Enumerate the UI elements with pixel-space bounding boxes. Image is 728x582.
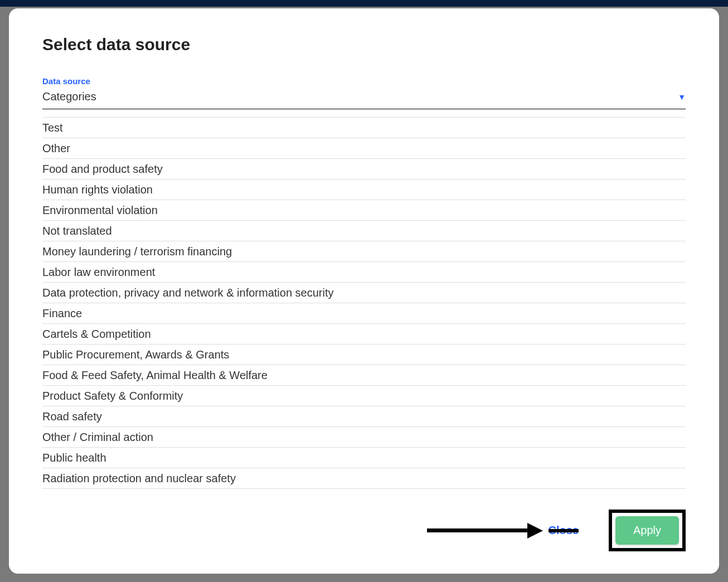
category-item[interactable]: Human rights violation <box>42 180 686 200</box>
select-data-source-modal: Select data source Data source Categorie… <box>9 8 719 574</box>
modal-overlay: Select data source Data source Categorie… <box>0 0 728 582</box>
category-item[interactable]: Product Safety & Conformity <box>42 386 686 406</box>
apply-button[interactable]: Apply <box>615 516 679 545</box>
category-item[interactable]: Not translated <box>42 221 686 241</box>
category-item[interactable]: Public Procurement, Awards & Grants <box>42 345 686 365</box>
modal-footer: Close Apply <box>42 510 686 551</box>
arrow-right-icon <box>527 523 543 539</box>
modal-title: Select data source <box>42 35 686 54</box>
category-item[interactable]: Labor law environment <box>42 262 686 283</box>
category-item[interactable]: Test <box>42 117 686 138</box>
category-item[interactable]: Tax law <box>42 489 686 493</box>
category-item[interactable]: Money laundering / terrorism financing <box>42 241 686 262</box>
category-item[interactable]: Road safety <box>42 406 686 427</box>
select-value: Categories <box>42 90 96 103</box>
category-item[interactable]: Finance <box>42 303 686 324</box>
data-source-select[interactable]: Categories ▼ <box>42 90 686 109</box>
category-item[interactable]: Food and product safety <box>42 159 686 180</box>
select-label: Data source <box>42 76 686 86</box>
category-item[interactable]: Environmental violation <box>42 200 686 221</box>
category-item[interactable]: Cartels & Competition <box>42 324 686 345</box>
close-button[interactable]: Close <box>549 524 579 537</box>
category-item[interactable]: Radiation protection and nuclear safety <box>42 468 686 489</box>
arrow-line <box>427 528 527 532</box>
category-list: Test Other Food and product safety Human… <box>42 117 686 493</box>
category-item[interactable]: Data protection, privacy and network & i… <box>42 283 686 303</box>
category-item[interactable]: Food & Feed Safety, Animal Health & Welf… <box>42 365 686 386</box>
arrow-annotation <box>427 523 543 539</box>
category-item[interactable]: Other <box>42 138 686 159</box>
chevron-down-icon: ▼ <box>678 93 686 101</box>
category-item[interactable]: Public health <box>42 448 686 468</box>
category-item[interactable]: Other / Criminal action <box>42 427 686 448</box>
apply-button-highlight: Apply <box>609 510 686 551</box>
